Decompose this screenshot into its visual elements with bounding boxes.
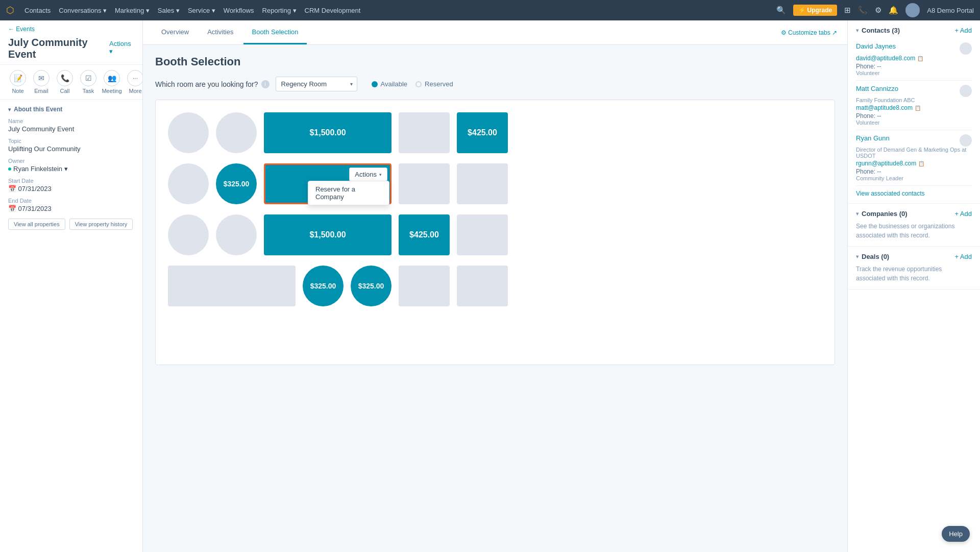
deals-section: ▾ Deals (0) + Add Track the revenue oppo… xyxy=(848,247,980,290)
view-all-properties-button[interactable]: View all properties xyxy=(8,219,65,230)
dropdown-arrow-icon: ▾ xyxy=(350,81,353,87)
booth-b17[interactable]: $325.00 xyxy=(303,266,344,306)
more-action[interactable]: ··· More xyxy=(126,70,143,94)
breadcrumb-events[interactable]: ← Events xyxy=(8,26,134,33)
chevron-down-icon: ▾ xyxy=(856,28,859,33)
nav-workflows[interactable]: Workflows xyxy=(224,7,254,14)
notifications-icon[interactable]: 🔔 xyxy=(889,6,898,15)
upgrade-button[interactable]: ⚡ Upgrade xyxy=(793,5,838,16)
add-contact-link[interactable]: + Add xyxy=(954,27,972,34)
booth-b7[interactable]: $325.00 xyxy=(216,163,257,204)
field-owner: Owner Ryan Finkelstein ▾ xyxy=(8,158,134,173)
deals-section-header[interactable]: ▾ Deals (0) + Add xyxy=(856,253,972,260)
tab-activities[interactable]: Activities xyxy=(199,21,241,44)
booth-row-1: $1,500.00 $425.00 xyxy=(168,112,822,153)
meeting-action[interactable]: 👥 Meeting xyxy=(102,70,121,94)
field-name: Name July Community Event xyxy=(8,118,134,133)
view-property-history-button[interactable]: View property history xyxy=(69,219,133,230)
apps-icon[interactable]: ⊞ xyxy=(844,6,851,15)
task-action[interactable]: ☑ Task xyxy=(79,70,98,94)
booth-b9[interactable] xyxy=(399,163,450,204)
add-company-link[interactable]: + Add xyxy=(954,210,972,218)
contacts-count-label: Contacts (3) xyxy=(862,27,900,34)
booth-b2[interactable] xyxy=(216,112,257,153)
contact-email-david[interactable]: david@aptitude8.com xyxy=(856,55,915,62)
field-start-date: Start Date 📅 07/31/2023 xyxy=(8,178,134,193)
nav-reporting[interactable]: Reporting ▾ xyxy=(262,7,297,14)
reserve-for-company-item[interactable]: Reserve for a Company xyxy=(308,181,389,205)
booth-b5[interactable]: $425.00 xyxy=(457,112,508,153)
contact-email-matt[interactable]: matt@aptitude8.com xyxy=(856,104,913,111)
copy-email-icon-matt[interactable]: 📋 xyxy=(915,105,921,111)
email-action[interactable]: ✉ Email xyxy=(32,70,51,94)
booth-b15[interactable] xyxy=(457,214,508,255)
info-icon[interactable]: i xyxy=(261,80,270,88)
deals-count-label: Deals (0) xyxy=(862,253,889,260)
nav-conversations[interactable]: Conversations ▾ xyxy=(59,7,107,14)
page-title: Booth Selection xyxy=(155,55,835,68)
booth-b6[interactable] xyxy=(168,163,209,204)
booth-row-2: $325.00 Actions ▾ Reserve for a Company xyxy=(168,163,822,204)
call-action[interactable]: 📞 Call xyxy=(55,70,75,94)
right-panel: ▾ Contacts (3) + Add David Jaynes david@… xyxy=(847,20,980,552)
view-associated-contacts-link[interactable]: View associated contacts xyxy=(856,190,972,197)
actions-button[interactable]: Actions ▾ xyxy=(109,40,134,55)
booth-b1[interactable] xyxy=(168,112,209,153)
customize-tabs-link[interactable]: ⚙ Customize tabs ↗ xyxy=(781,29,837,36)
settings-icon[interactable]: ⚙ xyxy=(875,6,881,15)
legend-available: Available xyxy=(372,80,408,88)
chevron-down-icon: ▾ xyxy=(856,254,859,259)
action-icons-row: 📝 Note ✉ Email 📞 Call ☑ Task 👥 Meeting ·… xyxy=(0,65,142,100)
booth-b13[interactable]: $1,500.00 xyxy=(264,214,391,255)
nav-marketing[interactable]: Marketing ▾ xyxy=(115,7,150,14)
user-avatar[interactable] xyxy=(905,3,920,17)
contact-tag-matt: Volunteer xyxy=(856,119,972,126)
note-action[interactable]: 📝 Note xyxy=(8,70,28,94)
copy-email-icon-david[interactable]: 📋 xyxy=(917,56,923,61)
about-section-header[interactable]: ▾ About this Event xyxy=(8,106,134,113)
legend: Available Reserved xyxy=(372,80,453,88)
booth-b10[interactable] xyxy=(457,163,508,204)
booth-b18[interactable]: $325.00 xyxy=(351,266,391,306)
add-deal-link[interactable]: + Add xyxy=(954,253,972,260)
chevron-down-icon: ▾ xyxy=(856,211,859,217)
booth-b11[interactable] xyxy=(168,214,209,255)
field-end-date: End Date 📅 07/31/2023 xyxy=(8,198,134,212)
nav-crm-dev[interactable]: CRM Development xyxy=(305,7,361,14)
about-section: ▾ About this Event Name July Community E… xyxy=(0,100,142,236)
nav-service[interactable]: Service ▾ xyxy=(188,7,215,14)
phone-icon[interactable]: 📞 xyxy=(858,6,868,15)
booth-b20[interactable] xyxy=(457,266,508,306)
nav-sales[interactable]: Sales ▾ xyxy=(158,7,180,14)
tab-overview[interactable]: Overview xyxy=(153,21,197,44)
actions-dropdown-button[interactable]: Actions ▾ xyxy=(349,167,387,181)
booth-b4[interactable] xyxy=(399,112,450,153)
tabs-bar: Overview Activities Booth Selection ⚙ Cu… xyxy=(143,20,847,45)
contact-tag-ryan: Community Leader xyxy=(856,175,972,181)
contact-email-ryan[interactable]: rgunn@aptitude8.com xyxy=(856,160,916,167)
companies-section-header[interactable]: ▾ Companies (0) + Add xyxy=(856,210,972,218)
booth-b14[interactable]: $425.00 xyxy=(399,214,450,255)
portal-name: A8 Demo Portal xyxy=(927,7,974,14)
copy-email-icon-ryan[interactable]: 📋 xyxy=(918,161,924,166)
companies-section: ▾ Companies (0) + Add See the businesses… xyxy=(848,204,980,247)
booth-b16[interactable] xyxy=(168,266,296,306)
room-dropdown[interactable]: Regency Room ▾ xyxy=(276,77,357,91)
booth-b19[interactable] xyxy=(399,266,450,306)
booth-content: Booth Selection Which room are you looki… xyxy=(143,45,847,375)
booth-b3[interactable]: $1,500.00 xyxy=(264,112,391,153)
contact-name-matt[interactable]: Matt Cannizzo xyxy=(856,85,898,97)
contact-name-david[interactable]: David Jaynes xyxy=(856,42,896,55)
booth-b12[interactable] xyxy=(216,214,257,255)
actions-dropdown-menu: Reserve for a Company xyxy=(308,181,389,205)
tab-booth-selection[interactable]: Booth Selection xyxy=(243,21,306,44)
search-icon[interactable]: 🔍 xyxy=(776,6,786,15)
nav-contacts[interactable]: Contacts xyxy=(24,7,51,14)
contact-name-ryan[interactable]: Ryan Gunn xyxy=(856,134,890,147)
chevron-down-icon: ▾ xyxy=(8,107,11,112)
contact-role-ryan: Director of Demand Gen & Marketing Ops a… xyxy=(856,147,972,159)
help-button[interactable]: Help xyxy=(942,526,970,542)
email-icon: ✉ xyxy=(33,70,50,86)
contacts-section-header[interactable]: ▾ Contacts (3) + Add xyxy=(856,27,972,34)
property-buttons: View all properties View property histor… xyxy=(8,219,134,230)
